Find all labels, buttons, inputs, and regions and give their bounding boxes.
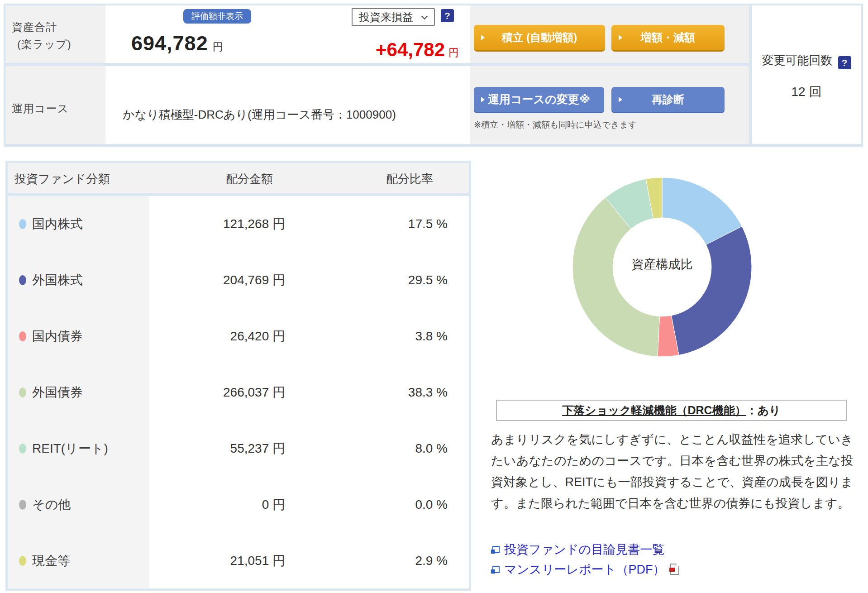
pl-amount-unit: 円 [448, 47, 459, 58]
increase-decrease-label: 増額・減額 [641, 31, 695, 43]
arrow-right-icon [481, 97, 485, 102]
reserve-button-label: 積立 (自動増額) [502, 31, 577, 43]
fund-amount: 21,051 円 [157, 552, 285, 569]
re-diagnosis-label: 再診断 [652, 93, 684, 105]
header-allocation-amount: 配分金額 [180, 171, 319, 187]
simultaneous-application-note: ※積立・増額・減額も同時に申込できます [474, 119, 637, 131]
change-limit-value: 12 回 [752, 83, 861, 100]
rakuten-wrap-dashboard: 資産合計 (楽ラップ) 評価額非表示 694,782円 投資来損益 ? +64,… [0, 0, 868, 593]
category-color-dot [19, 331, 26, 341]
course-description: あまりリスクを気にしすぎずに、とことん収益性を追求していきたいあなたのためのコー… [491, 429, 853, 514]
fund-category-label: 国内株式 [32, 215, 83, 233]
donut-slice-外国債券 [572, 198, 660, 357]
fund-table-body: 国内株式 121,268 円 17.5 % 外国株式 204,769 円 29.… [8, 196, 469, 588]
pl-period-selected-value: 投資来損益 [359, 11, 413, 23]
re-diagnosis-button[interactable]: 再診断 [611, 87, 725, 113]
fund-category-label: 外国債券 [32, 384, 83, 401]
monthly-report-link[interactable]: マンスリーレポート（PDF） [504, 563, 665, 576]
arrow-right-icon [619, 97, 622, 102]
table-row: その他 0 円 0.0 % [8, 477, 469, 533]
category-color-dot [19, 556, 26, 566]
fund-category-label: REIT(リート) [32, 440, 108, 457]
pdf-file-icon [670, 564, 679, 575]
course-row-label: 運用コース [12, 101, 69, 116]
category-color-dot [19, 387, 26, 397]
drc-feature-box: 下落ショック軽減機能（DRC機能）：あり [496, 400, 847, 421]
donut-slice-外国株式 [671, 226, 752, 355]
fund-table-header: 投資ファンド分類 配分金額 配分比率 [8, 163, 469, 193]
header-allocation-ratio: 配分比率 [338, 171, 481, 187]
fund-ratio: 8.0 % [324, 441, 448, 456]
chevron-down-icon [421, 13, 428, 19]
total-assets-label-cell: 資産合計 (楽ラップ) [5, 5, 105, 63]
course-name: かなり積極型-DRCあり(運用コース番号：1000900) [123, 107, 396, 123]
table-row: 外国債券 266,037 円 38.3 % [8, 364, 469, 421]
table-row: 国内債券 26,420 円 3.8 % [8, 308, 469, 364]
change-limit-label: 変更可能回数 [762, 53, 833, 67]
change-limit-help-icon[interactable]: ? [838, 56, 851, 69]
total-assets-value: 694,782円 [131, 32, 223, 55]
total-amount-unit: 円 [213, 41, 223, 53]
pl-help-icon[interactable]: ? [441, 9, 454, 22]
fund-ratio: 3.8 % [324, 329, 448, 344]
donut-center-label: 資産構成比 [572, 256, 753, 273]
fund-ratio: 29.5 % [324, 273, 448, 287]
table-row: 外国株式 204,769 円 29.5 % [8, 252, 469, 308]
arrow-right-icon [619, 35, 622, 40]
popup-window-icon [491, 546, 500, 554]
table-row: 国内株式 121,268 円 17.5 % [8, 196, 469, 252]
fund-amount: 55,237 円 [157, 440, 285, 457]
hide-valuation-button[interactable]: 評価額非表示 [183, 9, 251, 24]
fund-ratio: 2.9 % [324, 554, 448, 568]
popup-window-icon [491, 566, 500, 574]
change-limit-panel: 変更可能回数? 12 回 [752, 5, 861, 144]
header-fund-category: 投資ファンド分類 [14, 171, 110, 187]
fund-amount: 204,769 円 [157, 272, 285, 289]
profit-loss-value: +64,782円 [376, 39, 459, 61]
prospectus-link[interactable]: 投資ファンドの目論見書一覧 [504, 543, 664, 556]
total-assets-sublabel: (楽ラップ) [17, 37, 72, 52]
category-color-dot [19, 444, 26, 454]
fund-amount: 121,268 円 [157, 215, 285, 233]
pl-amount: +64,782 [376, 39, 445, 60]
fund-category-label: 国内債券 [32, 328, 83, 345]
summary-table: 資産合計 (楽ラップ) 評価額非表示 694,782円 投資来損益 ? +64,… [4, 4, 863, 147]
change-course-button[interactable]: 運用コースの変更※ [474, 87, 604, 113]
fund-amount: 26,420 円 [157, 328, 285, 345]
asset-composition-donut-chart: 資産構成比 [572, 177, 753, 358]
monthly-report-link-row: マンスリーレポート（PDF） [491, 561, 679, 578]
course-action-buttons-cell: 運用コースの変更※ 再診断 ※積立・増額・減額も同時に申込できます [470, 66, 749, 144]
table-row: 現金等 21,051 円 2.9 % [8, 533, 469, 589]
reserve-auto-increase-button[interactable]: 積立 (自動増額) [474, 25, 605, 52]
category-color-dot [19, 219, 26, 229]
fund-ratio: 38.3 % [324, 385, 448, 400]
change-course-label: 運用コースの変更※ [488, 93, 590, 105]
course-name-cell: かなり積極型-DRCあり(運用コース番号：1000900) [105, 66, 470, 144]
fund-category-label: 外国株式 [32, 272, 83, 289]
drc-feature-title: 下落ショック軽減機能（DRC機能） [562, 404, 746, 416]
arrow-right-icon [481, 35, 485, 40]
fund-ratio: 0.0 % [324, 497, 448, 512]
fund-amount: 266,037 円 [157, 384, 285, 401]
pl-period-select[interactable]: 投資来損益 [352, 8, 435, 26]
fund-ratio: 17.5 % [324, 217, 448, 231]
prospectus-link-row: 投資ファンドの目論見書一覧 [491, 541, 664, 558]
fund-amount: 0 円 [157, 496, 285, 513]
change-limit-label-row: 変更可能回数? [752, 53, 861, 69]
fund-category-label: その他 [32, 496, 71, 513]
course-label-cell: 運用コース [5, 66, 105, 144]
increase-decrease-button[interactable]: 増額・減額 [611, 25, 725, 52]
total-assets-value-cell: 評価額非表示 694,782円 投資来損益 ? +64,782円 [105, 5, 470, 63]
asset-action-buttons-cell: 積立 (自動増額) 増額・減額 [470, 5, 749, 63]
total-amount: 694,782 [131, 32, 208, 55]
fund-category-label: 現金等 [32, 552, 70, 569]
table-row: REIT(リート) 55,237 円 8.0 % [8, 421, 469, 477]
total-assets-label: 資産合計 [12, 20, 57, 34]
category-color-dot [19, 500, 26, 510]
category-color-dot [19, 275, 26, 285]
fund-allocation-table: 投資ファンド分類 配分金額 配分比率 国内株式 121,268 円 17.5 %… [5, 161, 471, 591]
drc-feature-status: ：あり [746, 404, 781, 416]
